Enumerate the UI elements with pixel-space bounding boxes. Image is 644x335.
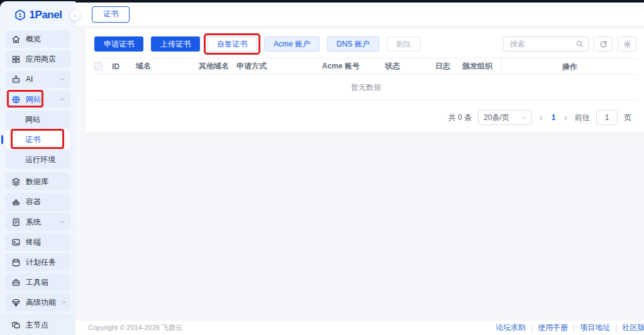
app-root: 1 1Panel ‹ 概览 应用商店 AI 网站 [0, 0, 644, 335]
refresh-button[interactable] [594, 36, 613, 52]
upload-certificate-button[interactable]: 上传证书 [151, 36, 200, 52]
toolbar-right [503, 36, 638, 52]
sidebar-nav: 概览 应用商店 AI 网站 网站 证书 [0, 26, 75, 311]
chevron-down-icon [61, 299, 67, 305]
sidebar-item-terminal[interactable]: 终端 [5, 233, 70, 251]
sidebar-item-label: 主节点 [26, 320, 48, 331]
table-header-row: ID 域名 其他域名 申请方式 Acme 账号 状态 日志 颁发组织 操作 [94, 58, 638, 75]
goto-label: 前往 [575, 113, 590, 123]
current-page-button[interactable]: 1 [550, 113, 557, 122]
sidebar-item-label: 计划任务 [26, 257, 56, 268]
chevron-down-icon [59, 76, 65, 82]
sidebar-item-website[interactable]: 网站 [5, 91, 70, 108]
column-header-status: 状态 [385, 61, 435, 72]
sidebar-item-ai[interactable]: AI [5, 70, 70, 88]
appstore-icon [11, 55, 21, 64]
user-manual-link[interactable]: 使用手册 [538, 322, 568, 333]
footer: Copyright © 2014-2026 飞致云 论坛求助 | 使用手册 | … [75, 320, 644, 335]
refresh-icon [599, 40, 608, 48]
self-signed-certificate-button[interactable]: 自签证书 [208, 36, 257, 52]
sidebar: 1 1Panel ‹ 概览 应用商店 AI 网站 [0, 1, 75, 335]
prev-page-button[interactable]: ‹ [538, 113, 544, 123]
column-header-operations: 操作 [501, 58, 638, 74]
column-header-domain: 域名 [136, 61, 199, 72]
gear-icon [623, 40, 631, 48]
container-ship-icon [11, 197, 21, 207]
home-icon [11, 35, 21, 44]
content-area: 申请证书 上传证书 自签证书 Acme 账户 DNS 账户 删除 [75, 26, 644, 320]
link-separator: | [573, 324, 575, 332]
column-header-log: 日志 [435, 61, 462, 72]
database-icon [11, 177, 21, 187]
sidebar-subitem-website[interactable]: 网站 [5, 111, 70, 128]
sidebar-item-label: AI [26, 75, 33, 84]
sidebar-item-database[interactable]: 数据库 [5, 173, 70, 190]
page-size-value: 20条/页 [484, 113, 509, 123]
sidebar-item-label: 网站 [26, 94, 41, 105]
page-unit-label: 页 [624, 113, 631, 123]
footer-links: 论坛求助 | 使用手册 | 项目地址 | 社区版 v2.1.8 更新 [496, 322, 644, 333]
sidebar-item-container[interactable]: 容器 [5, 193, 70, 211]
delete-button[interactable]: 删除 [387, 36, 421, 52]
link-separator: | [615, 324, 617, 332]
settings-button[interactable] [618, 36, 636, 52]
column-header-id: ID [112, 62, 136, 71]
sidebar-item-appstore[interactable]: 应用商店 [5, 50, 70, 68]
checkbox-icon [94, 62, 103, 70]
logo: 1 1Panel [0, 1, 75, 26]
pagination-total: 共 0 条 [448, 113, 472, 123]
page-size-select[interactable]: 20条/页 [478, 110, 532, 125]
sidebar-item-label: 工具箱 [26, 277, 48, 288]
sidebar-item-advanced[interactable]: 高级功能 [5, 294, 70, 311]
brand-hexagon-icon: 1 [14, 9, 26, 21]
column-header-apply-method: 申请方式 [236, 61, 322, 72]
gem-icon [11, 298, 21, 307]
sidebar-item-label: 数据库 [26, 177, 48, 187]
sidebar-item-overview[interactable]: 概览 [5, 30, 70, 48]
system-icon [11, 217, 21, 227]
toolbox-icon [11, 278, 21, 287]
dns-account-button[interactable]: DNS 账户 [327, 36, 379, 52]
toolbar: 申请证书 上传证书 自签证书 Acme 账户 DNS 账户 删除 [94, 36, 638, 52]
sidebar-item-label: 应用商店 [26, 54, 56, 65]
sidebar-item-label: 证书 [25, 135, 40, 145]
select-all-checkbox[interactable] [94, 62, 112, 70]
link-separator: | [531, 324, 533, 332]
next-page-button[interactable]: › [563, 113, 569, 123]
toolbar-buttons: 申请证书 上传证书 自签证书 Acme 账户 DNS 账户 删除 [94, 36, 421, 52]
forum-help-link[interactable]: 论坛求助 [496, 322, 526, 333]
sidebar-item-toolbox[interactable]: 工具箱 [5, 273, 70, 291]
column-header-acme-account: Acme 账号 [322, 61, 385, 72]
search-icon [575, 40, 584, 48]
sidebar-item-cronjob[interactable]: 计划任务 [5, 253, 70, 271]
sidebar-item-label: 容器 [26, 197, 41, 207]
apply-certificate-button[interactable]: 申请证书 [94, 36, 143, 52]
globe-icon [11, 95, 21, 104]
project-address-link[interactable]: 项目地址 [580, 322, 610, 333]
sidebar-item-system[interactable]: 系统 [5, 213, 70, 231]
calendar-icon [11, 258, 21, 267]
column-header-issuer: 颁发组织 [462, 61, 501, 72]
acme-account-button[interactable]: Acme 账户 [264, 36, 319, 52]
certificate-card: 申请证书 上传证书 自签证书 Acme 账户 DNS 账户 删除 [86, 29, 644, 133]
copyright-text: Copyright © 2014-2026 飞致云 [88, 323, 182, 332]
sidebar-subitem-certificate[interactable]: 证书 [5, 131, 70, 148]
tab-bar: 证书 [75, 3, 644, 26]
column-header-other-domains: 其他域名 [199, 61, 236, 72]
sidebar-item-master-node[interactable]: 主节点 [0, 315, 75, 335]
community-edition-link[interactable]: 社区版 [622, 322, 644, 333]
robot-icon [11, 75, 21, 84]
tab-certificate[interactable]: 证书 [92, 6, 130, 23]
svg-text:1: 1 [18, 12, 21, 18]
empty-text: 暂无数据 [351, 82, 381, 93]
main-area: 证书 申请证书 上传证书 自签证书 Acme 账户 DNS 账户 删除 [75, 3, 644, 335]
node-icon [11, 321, 21, 330]
active-indicator [1, 135, 3, 144]
sidebar-subitem-runtime[interactable]: 运行环境 [5, 151, 70, 168]
chevron-up-icon [59, 96, 65, 102]
chevron-down-icon [59, 219, 65, 225]
sidebar-collapse-button[interactable]: ‹ [70, 10, 80, 21]
table-empty-state: 暂无数据 [94, 75, 638, 101]
sidebar-item-label: 网站 [25, 114, 40, 125]
goto-page-input[interactable] [596, 110, 618, 125]
